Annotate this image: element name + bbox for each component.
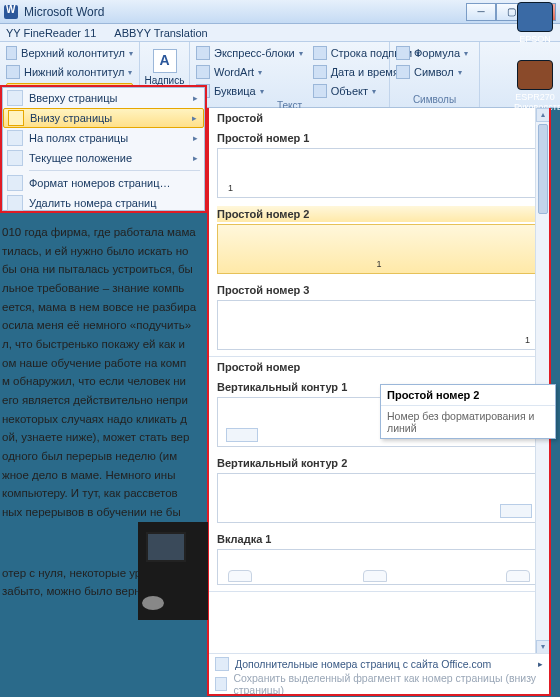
gallery-scrollbar[interactable]: ▴ ▾ — [535, 108, 549, 654]
doc-line: осила меня её немного «подучить» — [2, 317, 206, 334]
menu-format-page-numbers[interactable]: Формат номеров страниц… — [3, 173, 204, 193]
office-icon — [215, 657, 229, 671]
gallery-item-simple-2[interactable]: Простой номер 2 1 — [209, 204, 549, 280]
group-label-symbols: Символы — [396, 94, 473, 107]
taskbar-row: YY FineReader 11 ABBYY Translation — [0, 24, 560, 42]
preview-simple-3: 1 — [217, 300, 541, 350]
remove-icon — [7, 195, 23, 211]
equation-dropdown[interactable]: Формула▾ — [396, 44, 473, 62]
save-icon — [215, 677, 227, 691]
gallery-item-vertical-2[interactable]: Вертикальный контур 2 — [209, 453, 549, 529]
current-position-icon — [7, 150, 23, 166]
window-titlebar: Microsoft Word ─ ▢ ✕ — [0, 0, 560, 24]
doc-line: льное требование – знание компь — [2, 280, 206, 297]
word-app-icon — [4, 5, 18, 19]
doc-line: ных перерывов в обучении не бы — [2, 504, 206, 521]
window-title: Microsoft Word — [24, 5, 104, 19]
doc-line: ом наше обучение работе на комп — [2, 355, 206, 372]
gallery-item-simple-3[interactable]: Простой номер 3 1 — [209, 280, 549, 356]
doc-line: 010 года фирма, где работала мама — [2, 224, 206, 241]
page-number-menu: Вверху страницы▸ Внизу страницы▸ На поля… — [2, 87, 205, 211]
gallery-footer: Дополнительные номера страниц с сайта Of… — [209, 653, 549, 694]
document-inline-image — [138, 522, 208, 620]
section-header: Простой — [209, 108, 549, 128]
minimize-button[interactable]: ─ — [466, 3, 496, 21]
dropcap-dropdown[interactable]: Буквица▾ — [196, 82, 303, 100]
computer-monitor-graphic — [146, 532, 186, 562]
gallery-item-simple-1[interactable]: Простой номер 1 1 — [209, 128, 549, 204]
textbox-button[interactable]: Надпись — [144, 44, 186, 90]
doc-line: одного был перерыв неделю (им — [2, 448, 206, 465]
menu-remove-page-numbers[interactable]: Удалить номера страниц — [3, 193, 204, 213]
date-time-icon — [313, 65, 327, 79]
page-bottom-icon — [8, 110, 24, 126]
gallery-item-tab-1[interactable]: Вкладка 1 — [209, 529, 549, 591]
section-header: Простой номер — [209, 357, 549, 377]
doc-line: бы она ни пыталась устроиться, бы — [2, 261, 206, 278]
menu-top-of-page[interactable]: Вверху страницы▸ — [3, 88, 204, 108]
symbol-icon — [396, 65, 410, 79]
quick-parts-icon — [196, 46, 210, 60]
menu-page-margins[interactable]: На полях страницы▸ — [3, 128, 204, 148]
preview-simple-2: 1 — [217, 224, 541, 274]
doc-line: его является действительно непри — [2, 392, 206, 409]
page-top-icon — [7, 90, 23, 106]
doc-line: ой, узнаете ниже), может стать вер — [2, 429, 206, 446]
taskbar-app[interactable]: ABBYY Translation — [114, 27, 207, 39]
header-dropdown[interactable]: Верхний колонтитул▾ — [6, 44, 133, 62]
taskbar-app[interactable]: YY FineReader 11 — [6, 27, 96, 39]
doc-line: жное дело в маме. Немного ины — [2, 467, 206, 484]
menu-bottom-of-page[interactable]: Внизу страницы▸ — [3, 108, 204, 128]
scroll-down-button[interactable]: ▾ — [536, 640, 550, 654]
doc-line: м обнаружил, что если человек ни — [2, 373, 206, 390]
doc-line: тилась, и ей нужно было искать но — [2, 243, 206, 260]
desktop-icon-epson[interactable]: EPSON — [514, 2, 556, 44]
ribbon-group-text: Экспресс-блоки▾ WordArt▾ Буквица▾ Строка… — [190, 42, 390, 107]
save-selection-as-page-number: Сохранить выделенный фрагмент как номер … — [209, 674, 549, 694]
header-icon — [6, 46, 17, 60]
doc-line: некоторых случаях надо кликать д — [2, 411, 206, 428]
signature-icon — [313, 46, 327, 60]
doc-line: л, что быстренько покажу ей как и — [2, 336, 206, 353]
desktop-icon-manual[interactable]: ESPR270 Руководств — [514, 60, 556, 112]
symbol-dropdown[interactable]: Символ▾ — [396, 63, 473, 81]
quick-parts-dropdown[interactable]: Экспресс-блоки▾ — [196, 44, 303, 62]
more-from-office-com[interactable]: Дополнительные номера страниц с сайта Of… — [209, 654, 549, 674]
gallery-tooltip: Простой номер 2 Номер без форматирования… — [380, 384, 556, 439]
preview-simple-1: 1 — [217, 148, 541, 198]
object-icon — [313, 84, 327, 98]
page-number-menu-frame: Вверху страницы▸ Внизу страницы▸ На поля… — [0, 85, 207, 213]
menu-separator — [29, 170, 200, 171]
book-icon — [517, 60, 553, 90]
doc-line: еется, мама в нем вовсе не разбира — [2, 299, 206, 316]
equation-icon — [396, 46, 410, 60]
scanner-icon — [517, 2, 553, 32]
menu-current-position[interactable]: Текущее положение▸ — [3, 148, 204, 168]
footer-icon — [6, 65, 20, 79]
gallery-section-simple: Простой Простой номер 1 1 Простой номер … — [209, 108, 549, 357]
preview-vertical-2 — [217, 473, 541, 523]
doc-line: компьютеру. И тут, как рассветов — [2, 485, 206, 502]
page-margins-icon — [7, 130, 23, 146]
textbox-icon — [153, 49, 177, 73]
ribbon-group-symbols: Формула▾ Символ▾ Символы — [390, 42, 480, 107]
footer-dropdown[interactable]: Нижний колонтитул▾ — [6, 63, 133, 81]
wordart-icon — [196, 65, 210, 79]
tooltip-title: Простой номер 2 — [381, 385, 555, 406]
mouse-graphic — [142, 596, 164, 610]
tooltip-body: Номер без форматирования и линий — [381, 406, 555, 438]
format-icon — [7, 175, 23, 191]
wordart-dropdown[interactable]: WordArt▾ — [196, 63, 303, 81]
preview-tab-1 — [217, 549, 541, 585]
scroll-thumb[interactable] — [538, 124, 548, 214]
scroll-up-button[interactable]: ▴ — [536, 108, 550, 122]
